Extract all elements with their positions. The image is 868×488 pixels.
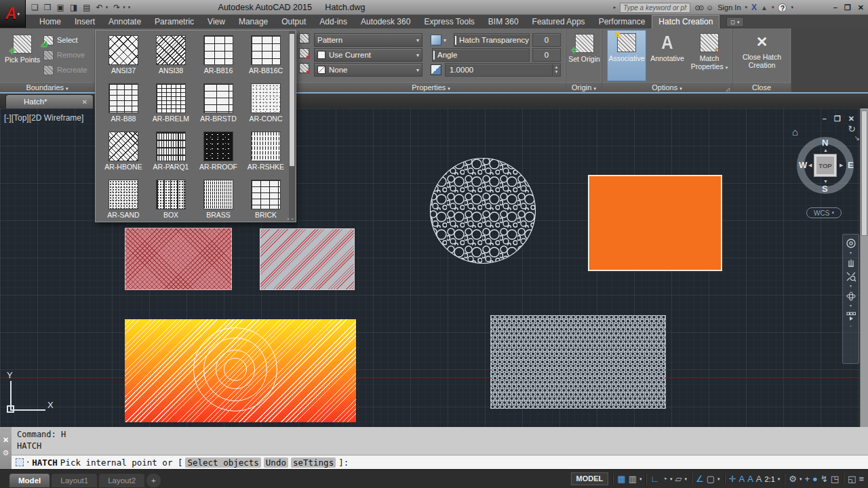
pattern-ar-parq1[interactable]: AR-PARQ1 [147,129,195,178]
pattern-ar-rshke[interactable]: AR-RSHKE [242,129,290,178]
origin-panel-label[interactable]: Origin ▾ [566,82,601,92]
command-history[interactable]: Command: H HATCH [12,427,868,455]
pan-icon[interactable] [846,258,856,268]
dynamic-input-icon[interactable]: ✛ [729,473,736,485]
gradient-hatch-rectangle[interactable] [125,319,356,422]
viewcube-east[interactable]: E [848,160,854,170]
command-window-handle[interactable]: ::::: ✕ ⚙ [0,427,12,469]
annotation-visibility-icon[interactable]: A [738,473,745,485]
annotation-scale-icon[interactable]: A [756,473,762,485]
hatch-type-dropdown[interactable]: Pattern ▾ [314,33,422,47]
zoom-caret-icon[interactable]: ▾ [850,285,852,288]
transparency-slider-thumb[interactable] [455,36,456,45]
canvas-scrollbar-thumb[interactable] [861,110,867,236]
object-snap-tracking-icon[interactable]: ∠ [696,473,704,485]
hatch-transparency-value[interactable]: 0 [532,33,561,47]
navigation-bar[interactable]: ▾ ▾ ▾ ⌄ [842,234,859,364]
workspace-gear-icon[interactable]: ⚙ [789,473,797,485]
viewcube-home-icon[interactable]: ⌂ [792,126,798,138]
infocenter-expand-icon[interactable]: ▸ [614,5,616,10]
set-origin-button[interactable]: + Set Origin [568,30,600,81]
angle-slider[interactable]: Angle [432,48,530,62]
pattern-ansi38[interactable]: ANSI38 [147,33,195,81]
command-recent-caret-icon[interactable]: ▾ [26,460,29,465]
orbit-caret-icon[interactable]: ▾ [850,304,852,308]
gallery-expand-icon[interactable]: ⌄⌄ [286,216,294,221]
isolate-objects-icon[interactable]: ● [812,473,818,485]
orbit-icon[interactable] [846,291,856,302]
background-color-dropdown[interactable]: None ▾ [314,63,422,77]
fullscreen-icon[interactable]: ◱ [848,473,856,485]
pattern-ar-rroof[interactable]: AR-RROOF [195,129,242,178]
pattern-ar-b88[interactable]: AR-B88 [100,81,147,129]
sign-in-caret-icon[interactable]: ▾ [745,5,748,10]
pattern-brass[interactable]: BRASS [195,178,242,226]
sign-in-button[interactable]: Sign In [717,3,741,12]
gallery-scrollbar[interactable] [289,31,295,221]
viewcube-roll-arrow-icon[interactable]: ↘ [854,134,860,142]
isodraft-icon[interactable]: ▱ [675,473,682,485]
viewcube-left-arrow-icon[interactable]: ◀ [808,163,812,168]
pattern-ar-hbone[interactable]: AR-HBONE [100,129,147,178]
crosshatch-rectangle[interactable] [125,228,232,290]
file-tab-close-icon[interactable]: ✕ [82,98,87,106]
autocad-app-menu-button[interactable]: A ▾ [0,0,26,28]
osnap-caret-icon[interactable]: ▾ [717,476,720,482]
tab-layout2[interactable]: Layout2 [99,474,144,487]
file-tab-hatch[interactable]: Hatch* ✕ [5,94,94,108]
striped-rectangle[interactable] [260,228,355,290]
command-drag-handle-icon[interactable]: ::::: [1,428,10,432]
polar-tracking-icon[interactable]: ◔ [662,473,667,485]
command-customize-icon[interactable]: ⚙ [3,449,9,458]
navbar-more-caret-icon[interactable]: ⌄ [849,324,852,327]
annotation-monitor-plus-icon[interactable]: + [804,473,810,485]
command-close-icon[interactable]: ✕ [3,436,9,445]
tab-bim-360[interactable]: BIM 360 [481,15,526,28]
viewcube-right-arrow-icon[interactable]: ▶ [840,163,843,168]
tab-output[interactable]: Output [275,15,313,28]
annotative-button[interactable]: A Annotative [648,30,687,81]
pattern-ar-brelm[interactable]: AR-BRELM [147,81,195,129]
viewcube-north[interactable]: N [822,138,828,148]
workspace-caret-icon[interactable]: ▾ [800,476,802,482]
graphics-performance-icon[interactable]: ↯ [821,473,828,485]
navigation-wheel-icon[interactable] [846,238,856,249]
tab-hatch-creation[interactable]: Hatch Creation [652,15,719,28]
tab-autodesk-360[interactable]: Autodesk 360 [354,15,417,28]
hatch-color-dropdown[interactable]: Use Current ▾ [314,48,422,62]
wcs-dropdown[interactable]: WCS ▾ [806,207,842,218]
concrete-pattern-circle[interactable] [429,157,536,264]
close-button[interactable]: ✕ [858,3,864,12]
transparency-mode-button[interactable]: ▾ [431,35,446,45]
viewport-controls[interactable]: [-][Top][2D Wireframe] [4,113,83,123]
pattern-ar-conc[interactable]: AR-CONC [242,81,290,129]
snap-caret-icon[interactable]: ▾ [639,476,642,482]
viewcube-roll-icon[interactable]: ↻ [848,123,856,134]
pattern-ar-b816[interactable]: AR-B816 [195,33,242,81]
pattern-ar-brstd[interactable]: AR-BRSTD [195,81,242,129]
boundaries-panel-label[interactable]: Boundaries ▾ [0,82,94,92]
viewcube-up-arrow-icon[interactable]: ▲ [823,148,828,152]
tab-annotate[interactable]: Annotate [102,15,148,28]
options-panel-label[interactable]: Options ▾ ◿ [602,82,732,92]
model-space-toggle[interactable]: MODEL [571,472,609,485]
ribbon-display-toggle[interactable]: ◻ ▾ [726,17,743,27]
angle-slider-thumb[interactable] [433,51,435,60]
pattern-ar-b816c[interactable]: AR-B816C [242,33,290,81]
viewcube-west[interactable]: W [799,160,807,170]
command-prompt[interactable]: ▾ HATCH Pick internal point or [ Select … [12,455,868,469]
viewcube-south[interactable]: S [822,184,828,194]
help-icon[interactable]: ? [778,3,787,12]
viewcube-top-face[interactable]: TOP [814,154,837,177]
angle-value[interactable]: 0 [532,48,561,62]
annotation-autoscale-icon[interactable]: A [747,473,753,485]
honeycomb-rectangle[interactable] [490,315,666,409]
tab-featured-apps[interactable]: Featured Apps [526,15,592,28]
clean-screen-icon[interactable]: ◳ [831,473,839,485]
pattern-brick[interactable]: BRICK [242,178,290,226]
tab-home[interactable]: Home [33,15,68,28]
match-properties-button[interactable]: ✎ Match Properties ▾ [688,30,730,81]
tab-layout1[interactable]: Layout1 [52,474,97,487]
pick-points-button[interactable]: + Pick Points [4,31,41,80]
tab-performance[interactable]: Performance [592,15,652,28]
